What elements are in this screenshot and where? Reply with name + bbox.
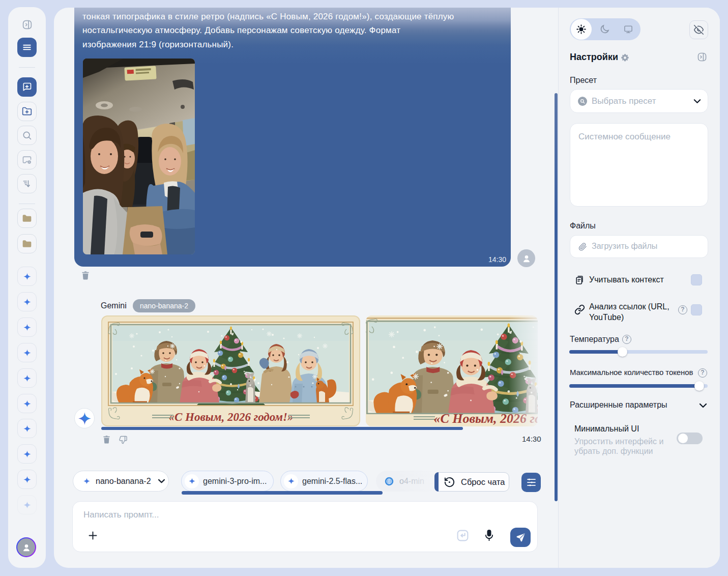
svg-text:«С Новым, 2026 годом!»: «С Новым, 2026 годом!» [168, 411, 293, 423]
